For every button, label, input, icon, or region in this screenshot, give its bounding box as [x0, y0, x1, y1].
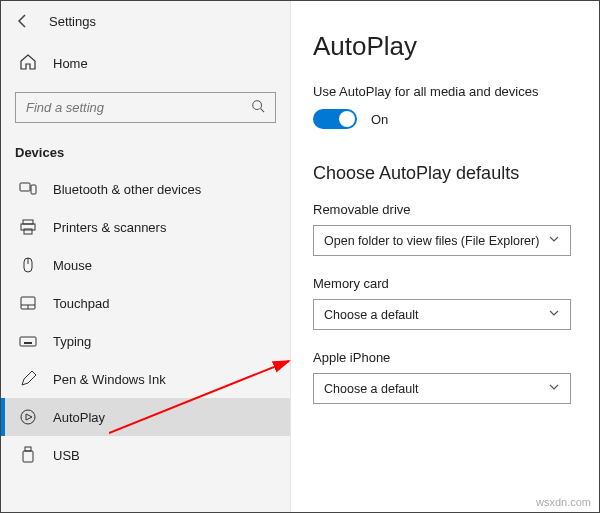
sidebar-item-label: USB [53, 448, 80, 463]
svg-rect-2 [31, 185, 36, 194]
page-title: AutoPlay [313, 31, 577, 62]
sidebar-item-label: Mouse [53, 258, 92, 273]
sidebar-item-bluetooth[interactable]: Bluetooth & other devices [1, 170, 290, 208]
sidebar-item-touchpad[interactable]: Touchpad [1, 284, 290, 322]
dropdown-apple-iphone[interactable]: Choose a default [313, 373, 571, 404]
category-heading: Devices [1, 139, 290, 170]
pen-icon [19, 370, 37, 388]
sidebar-item-pen[interactable]: Pen & Windows Ink [1, 360, 290, 398]
chevron-down-icon [548, 233, 560, 248]
field-label: Removable drive [313, 202, 577, 217]
search-icon [251, 99, 265, 116]
dropdown-value: Open folder to view files (File Explorer… [324, 234, 539, 248]
dropdown-removable-drive[interactable]: Open folder to view files (File Explorer… [313, 225, 571, 256]
field-apple-iphone: Apple iPhone Choose a default [313, 350, 577, 404]
printer-icon [19, 218, 37, 236]
field-memory-card: Memory card Choose a default [313, 276, 577, 330]
chevron-down-icon [548, 307, 560, 322]
sidebar-item-label: Typing [53, 334, 91, 349]
dropdown-value: Choose a default [324, 382, 419, 396]
sidebar-item-printers[interactable]: Printers & scanners [1, 208, 290, 246]
home-icon [19, 53, 37, 74]
field-label: Apple iPhone [313, 350, 577, 365]
sidebar-item-label: AutoPlay [53, 410, 105, 425]
sidebar-item-autoplay[interactable]: AutoPlay [1, 398, 290, 436]
sidebar-item-label: Touchpad [53, 296, 109, 311]
sidebar-item-label: Bluetooth & other devices [53, 182, 201, 197]
dropdown-value: Choose a default [324, 308, 419, 322]
sidebar: Settings Home Devices Bluetooth & other … [1, 1, 291, 512]
field-label: Memory card [313, 276, 577, 291]
toggle-state-label: On [371, 112, 388, 127]
autoplay-icon [19, 408, 37, 426]
sidebar-item-usb[interactable]: USB [1, 436, 290, 474]
svg-point-0 [253, 101, 262, 110]
toggle-description: Use AutoPlay for all media and devices [313, 84, 577, 99]
sidebar-item-label: Pen & Windows Ink [53, 372, 166, 387]
devices-icon [19, 180, 37, 198]
sidebar-item-label: Printers & scanners [53, 220, 166, 235]
autoplay-toggle[interactable] [313, 109, 357, 129]
svg-rect-19 [23, 451, 33, 462]
search-input[interactable] [15, 92, 276, 123]
usb-icon [19, 446, 37, 464]
defaults-heading: Choose AutoPlay defaults [313, 163, 577, 184]
svg-rect-1 [20, 183, 30, 191]
svg-rect-3 [23, 220, 33, 224]
touchpad-icon [19, 294, 37, 312]
mouse-icon [19, 256, 37, 274]
sidebar-item-label: Home [53, 56, 88, 71]
field-removable-drive: Removable drive Open folder to view file… [313, 202, 577, 256]
titlebar: Settings [1, 9, 290, 43]
main-panel: AutoPlay Use AutoPlay for all media and … [291, 1, 599, 512]
svg-rect-18 [25, 447, 31, 451]
back-icon[interactable] [15, 13, 31, 29]
search-field[interactable] [26, 100, 251, 115]
keyboard-icon [19, 332, 37, 350]
sidebar-item-typing[interactable]: Typing [1, 322, 290, 360]
watermark: wsxdn.com [536, 496, 591, 508]
window-title: Settings [49, 14, 96, 29]
sidebar-item-home[interactable]: Home [1, 43, 290, 84]
svg-rect-11 [20, 337, 36, 346]
dropdown-memory-card[interactable]: Choose a default [313, 299, 571, 330]
toggle-knob [339, 111, 355, 127]
sidebar-item-mouse[interactable]: Mouse [1, 246, 290, 284]
chevron-down-icon [548, 381, 560, 396]
